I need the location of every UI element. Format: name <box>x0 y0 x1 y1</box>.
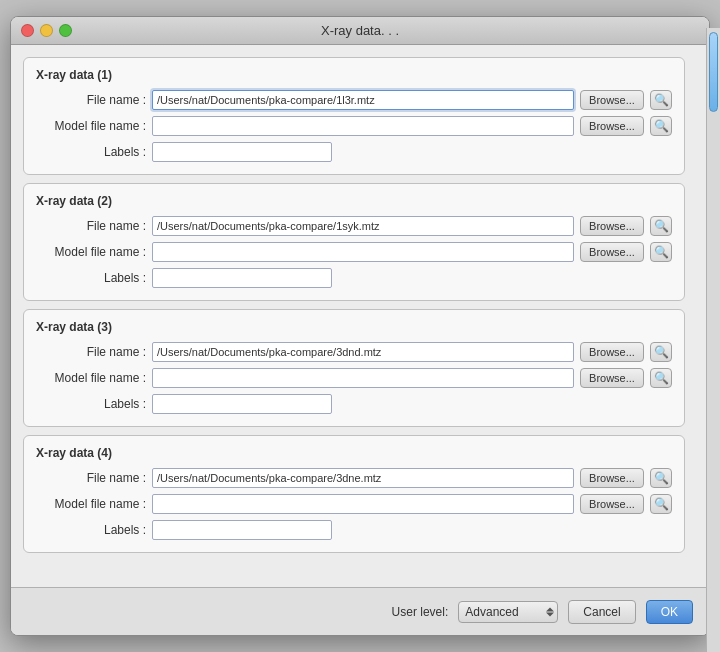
main-content: X-ray data (1) File name : Browse... 🔍 M… <box>11 45 709 587</box>
section3-title: X-ray data (3) <box>36 320 672 334</box>
section2-modelfile-browse[interactable]: Browse... <box>580 242 644 262</box>
xray-section-2: X-ray data (2) File name : Browse... 🔍 M… <box>23 183 685 301</box>
section1-filename-search-icon[interactable]: 🔍 <box>650 90 672 110</box>
section4-filename-search-icon[interactable]: 🔍 <box>650 468 672 488</box>
section2-filename-browse[interactable]: Browse... <box>580 216 644 236</box>
section1-title: X-ray data (1) <box>36 68 672 82</box>
section1-modelfile-browse[interactable]: Browse... <box>580 116 644 136</box>
section4-modelfile-input[interactable] <box>152 494 574 514</box>
section2-title: X-ray data (2) <box>36 194 672 208</box>
section2-filename-search-icon[interactable]: 🔍 <box>650 216 672 236</box>
section1-modelfile-row: Model file name : Browse... 🔍 <box>36 116 672 136</box>
section4-modelfile-label: Model file name : <box>36 497 146 511</box>
section1-modelfile-label: Model file name : <box>36 119 146 133</box>
section4-labels-row: Labels : <box>36 520 672 540</box>
section2-filename-row: File name : Browse... 🔍 <box>36 216 672 236</box>
section2-filename-input[interactable] <box>152 216 574 236</box>
section4-labels-input[interactable] <box>152 520 332 540</box>
section1-filename-input[interactable] <box>152 90 574 110</box>
section2-modelfile-search-icon[interactable]: 🔍 <box>650 242 672 262</box>
close-button[interactable] <box>21 24 34 37</box>
section1-filename-label: File name : <box>36 93 146 107</box>
section3-filename-browse[interactable]: Browse... <box>580 342 644 362</box>
section2-modelfile-row: Model file name : Browse... 🔍 <box>36 242 672 262</box>
minimize-button[interactable] <box>40 24 53 37</box>
section4-filename-label: File name : <box>36 471 146 485</box>
xray-section-4: X-ray data (4) File name : Browse... 🔍 M… <box>23 435 685 553</box>
section4-filename-input[interactable] <box>152 468 574 488</box>
section1-labels-row: Labels : <box>36 142 672 162</box>
section3-filename-search-icon[interactable]: 🔍 <box>650 342 672 362</box>
section1-filename-row: File name : Browse... 🔍 <box>36 90 672 110</box>
section4-labels-label: Labels : <box>36 523 146 537</box>
footer: User level: Basic Advanced Expert Cancel… <box>11 587 709 635</box>
main-window: X-ray data. . . X-ray data (1) File name… <box>10 16 710 636</box>
section3-modelfile-search-icon[interactable]: 🔍 <box>650 368 672 388</box>
section4-filename-row: File name : Browse... 🔍 <box>36 468 672 488</box>
user-level-select[interactable]: Basic Advanced Expert <box>458 601 558 623</box>
section3-filename-label: File name : <box>36 345 146 359</box>
maximize-button[interactable] <box>59 24 72 37</box>
section4-modelfile-search-icon[interactable]: 🔍 <box>650 494 672 514</box>
section3-labels-input[interactable] <box>152 394 332 414</box>
section3-labels-row: Labels : <box>36 394 672 414</box>
section3-labels-label: Labels : <box>36 397 146 411</box>
section2-modelfile-label: Model file name : <box>36 245 146 259</box>
section3-modelfile-label: Model file name : <box>36 371 146 385</box>
section4-modelfile-browse[interactable]: Browse... <box>580 494 644 514</box>
section3-filename-row: File name : Browse... 🔍 <box>36 342 672 362</box>
section3-modelfile-browse[interactable]: Browse... <box>580 368 644 388</box>
section2-labels-row: Labels : <box>36 268 672 288</box>
section3-modelfile-input[interactable] <box>152 368 574 388</box>
section2-filename-label: File name : <box>36 219 146 233</box>
xray-section-1: X-ray data (1) File name : Browse... 🔍 M… <box>23 57 685 175</box>
section1-labels-input[interactable] <box>152 142 332 162</box>
ok-button[interactable]: OK <box>646 600 693 624</box>
cancel-button[interactable]: Cancel <box>568 600 635 624</box>
section1-modelfile-search-icon[interactable]: 🔍 <box>650 116 672 136</box>
section3-modelfile-row: Model file name : Browse... 🔍 <box>36 368 672 388</box>
section4-modelfile-row: Model file name : Browse... 🔍 <box>36 494 672 514</box>
scrollbar-thumb[interactable] <box>709 32 710 112</box>
window-title: X-ray data. . . <box>321 23 399 38</box>
section4-filename-browse[interactable]: Browse... <box>580 468 644 488</box>
user-level-wrapper: Basic Advanced Expert <box>458 601 558 623</box>
traffic-lights <box>21 24 72 37</box>
section1-labels-label: Labels : <box>36 145 146 159</box>
section2-labels-label: Labels : <box>36 271 146 285</box>
user-level-label: User level: <box>392 605 449 619</box>
section1-filename-browse[interactable]: Browse... <box>580 90 644 110</box>
section2-labels-input[interactable] <box>152 268 332 288</box>
titlebar: X-ray data. . . <box>11 17 709 45</box>
section2-modelfile-input[interactable] <box>152 242 574 262</box>
xray-section-3: X-ray data (3) File name : Browse... 🔍 M… <box>23 309 685 427</box>
section4-title: X-ray data (4) <box>36 446 672 460</box>
section3-filename-input[interactable] <box>152 342 574 362</box>
section1-modelfile-input[interactable] <box>152 116 574 136</box>
